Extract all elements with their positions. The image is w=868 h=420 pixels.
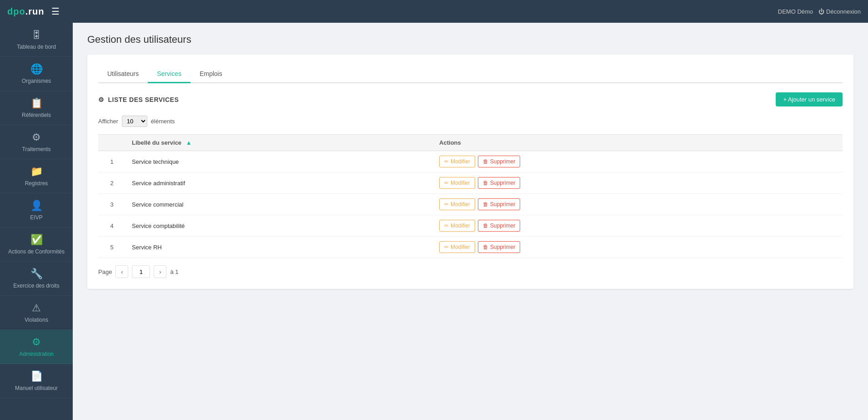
row-actions: ✏ Modifier 🗑 Supprimer — [433, 215, 830, 237]
actions-cell: ✏ Modifier 🗑 Supprimer — [439, 220, 823, 232]
tab-services[interactable]: Services — [148, 66, 191, 83]
delete-icon: 🗑 — [483, 244, 488, 250]
delete-button[interactable]: 🗑 Supprimer — [478, 241, 520, 253]
row-spacer — [830, 194, 843, 215]
col-libelle[interactable]: Libellé du service ▲ — [125, 135, 433, 151]
sidebar-item-violations[interactable]: ⚠ Violations — [0, 296, 73, 330]
edit-button[interactable]: ✏ Modifier — [439, 177, 475, 189]
section-header: ⚙ LISTE DES SERVICES + Ajouter un servic… — [98, 92, 843, 106]
sidebar-label-traitements: Traitements — [22, 146, 51, 152]
sidebar-item-actions-conformite[interactable]: ✅ Actions de Conformités — [0, 228, 73, 262]
sidebar-label-referentiels: Référentiels — [22, 112, 51, 118]
dashboard-icon: 🎛 — [31, 29, 41, 41]
tab-utilisateurs[interactable]: Utilisateurs — [98, 66, 148, 83]
row-spacer — [830, 172, 843, 194]
row-num: 3 — [98, 194, 125, 215]
sidebar-label-organismes: Organismes — [22, 78, 51, 84]
registres-icon: 📁 — [30, 166, 43, 177]
delete-label: Supprimer — [490, 223, 515, 229]
row-spacer — [830, 237, 843, 258]
delete-icon: 🗑 — [483, 180, 488, 186]
sidebar: 🎛 Tableau de bord 🌐 Organismes 📋 Référen… — [0, 23, 73, 420]
add-service-button[interactable]: + Ajouter un service — [776, 92, 843, 106]
row-libelle: Service comptabilité — [125, 215, 433, 237]
delete-icon: 🗑 — [483, 201, 488, 207]
pagination-total: à 1 — [170, 268, 178, 275]
pagination-prev-button[interactable]: ‹ — [115, 265, 128, 278]
sidebar-item-tableau-de-bord[interactable]: 🎛 Tableau de bord — [0, 23, 73, 57]
table-row: 5 Service RH ✏ Modifier 🗑 Supprimer — [98, 237, 843, 258]
row-libelle: Service RH — [125, 237, 433, 258]
row-actions: ✏ Modifier 🗑 Supprimer — [433, 237, 830, 258]
tab-emplois[interactable]: Emplois — [191, 66, 231, 83]
topbar: dpo.run ☰ DEMO Démo ⏻ Déconnexion — [0, 0, 868, 23]
col-scroll — [830, 135, 843, 151]
actions-cell: ✏ Modifier 🗑 Supprimer — [439, 198, 823, 210]
sidebar-label-registres: Registres — [25, 180, 48, 187]
logout-icon: ⏻ — [818, 8, 824, 15]
edit-button[interactable]: ✏ Modifier — [439, 198, 475, 210]
droits-icon: 🔧 — [30, 268, 43, 280]
actions-cell: ✏ Modifier 🗑 Supprimer — [439, 156, 823, 167]
entries-select[interactable]: 10 25 50 100 — [122, 116, 147, 127]
violations-icon: ⚠ — [32, 302, 41, 314]
row-num: 4 — [98, 215, 125, 237]
delete-label: Supprimer — [490, 158, 515, 165]
gear-icon: ⚙ — [98, 96, 105, 103]
sort-asc-icon: ▲ — [186, 139, 192, 146]
edit-button[interactable]: ✏ Modifier — [439, 156, 475, 167]
main-layout: 🎛 Tableau de bord 🌐 Organismes 📋 Référen… — [0, 23, 868, 420]
sidebar-label-violations: Violations — [25, 317, 48, 323]
show-label-after: éléments — [151, 118, 175, 125]
sidebar-label-eivp: EIVP — [30, 214, 42, 221]
col-num — [98, 135, 125, 151]
sidebar-label-actions-conformite: Actions de Conformités — [8, 248, 65, 255]
delete-label: Supprimer — [490, 180, 515, 186]
delete-button[interactable]: 🗑 Supprimer — [478, 220, 520, 232]
sidebar-label-manuel: Manuel utilisateur — [15, 385, 58, 391]
referentiels-icon: 📋 — [30, 97, 43, 109]
sidebar-item-traitements[interactable]: ⚙ Traitements — [0, 125, 73, 159]
row-libelle: Service commercial — [125, 194, 433, 215]
logout-button[interactable]: ⏻ Déconnexion — [818, 8, 861, 15]
edit-label: Modifier — [451, 244, 470, 250]
pagination-input[interactable] — [132, 265, 150, 278]
sidebar-item-organismes[interactable]: 🌐 Organismes — [0, 57, 73, 91]
page-title: Gestion des utilisateurs — [87, 34, 853, 46]
logout-label: Déconnexion — [826, 8, 861, 15]
edit-label: Modifier — [451, 201, 470, 207]
col-actions: Actions — [433, 135, 830, 151]
edit-icon: ✏ — [444, 158, 449, 165]
delete-button[interactable]: 🗑 Supprimer — [478, 177, 520, 189]
sidebar-item-manuel[interactable]: 📄 Manuel utilisateur — [0, 364, 73, 398]
show-label-before: Afficher — [98, 118, 118, 125]
topbar-right: DEMO Démo ⏻ Déconnexion — [778, 8, 861, 15]
table-header-row: Libellé du service ▲ Actions — [98, 135, 843, 151]
edit-label: Modifier — [451, 158, 470, 165]
hamburger-icon[interactable]: ☰ — [51, 6, 60, 17]
pagination-next-button[interactable]: › — [154, 265, 166, 278]
row-num: 5 — [98, 237, 125, 258]
sidebar-item-registres[interactable]: 📁 Registres — [0, 159, 73, 193]
sidebar-item-referentiels[interactable]: 📋 Référentiels — [0, 91, 73, 125]
row-num: 2 — [98, 172, 125, 194]
show-entries-container: Afficher 10 25 50 100 éléments — [98, 116, 843, 127]
delete-button[interactable]: 🗑 Supprimer — [478, 198, 520, 210]
actions-cell: ✏ Modifier 🗑 Supprimer — [439, 177, 823, 189]
sidebar-item-administration[interactable]: ⚙ Administration — [0, 330, 73, 364]
sidebar-label-administration: Administration — [19, 351, 54, 357]
edit-label: Modifier — [451, 180, 470, 186]
conformite-icon: ✅ — [30, 234, 43, 246]
edit-button[interactable]: ✏ Modifier — [439, 241, 475, 253]
sidebar-item-exercice-droits[interactable]: 🔧 Exercice des droits — [0, 262, 73, 296]
section-title-text: LISTE DES SERVICES — [108, 96, 179, 103]
table-row: 2 Service administratif ✏ Modifier 🗑 Sup… — [98, 172, 843, 194]
section-title: ⚙ LISTE DES SERVICES — [98, 96, 179, 103]
row-spacer — [830, 151, 843, 172]
delete-button[interactable]: 🗑 Supprimer — [478, 156, 520, 167]
edit-icon: ✏ — [444, 180, 449, 186]
delete-icon: 🗑 — [483, 158, 488, 165]
row-num: 1 — [98, 151, 125, 172]
sidebar-item-eivp[interactable]: 👤 EIVP — [0, 193, 73, 228]
edit-button[interactable]: ✏ Modifier — [439, 220, 475, 232]
